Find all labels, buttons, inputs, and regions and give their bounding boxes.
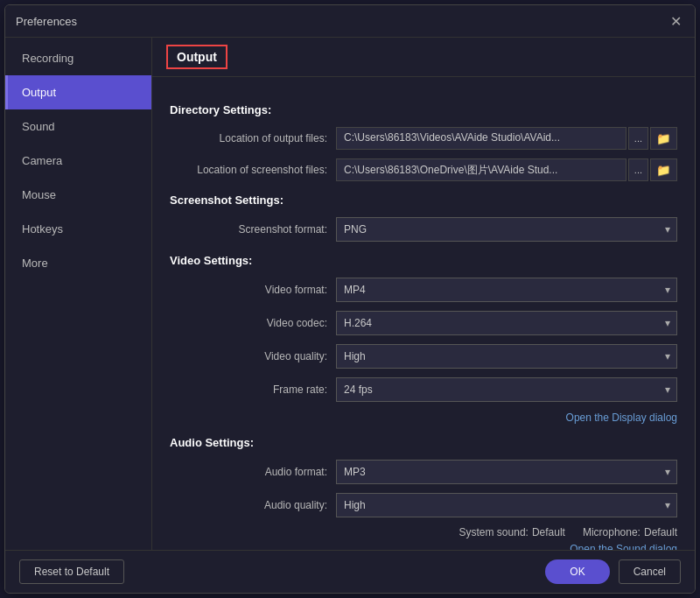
video-codec-label: Video codec: bbox=[170, 317, 336, 329]
system-sound-label: System sound: bbox=[459, 526, 528, 538]
audio-quality-row: Audio quality: High Medium Low bbox=[170, 493, 677, 517]
content-area: Directory Settings: Location of output f… bbox=[152, 77, 695, 550]
microphone-info: Microphone: Default bbox=[583, 526, 677, 538]
screenshot-path-folder-button[interactable]: 📁 bbox=[650, 158, 677, 181]
video-format-wrapper: MP4 MOV AVI MKV bbox=[336, 278, 677, 302]
system-sound-value: Default bbox=[532, 526, 565, 538]
video-format-select[interactable]: MP4 MOV AVI MKV bbox=[336, 278, 677, 302]
audio-format-label: Audio format: bbox=[170, 466, 336, 478]
dialog-title: Preferences bbox=[16, 15, 77, 28]
reset-button[interactable]: Reset to Default bbox=[19, 559, 124, 584]
video-quality-row: Video quality: High Medium Low bbox=[170, 344, 677, 369]
sidebar-item-sound[interactable]: Sound bbox=[5, 109, 151, 144]
screenshot-path-ellipsis-button[interactable]: ... bbox=[628, 158, 648, 181]
audio-section: Audio Settings: Audio format: MP3 AAC FL… bbox=[170, 436, 677, 550]
video-format-row: Video format: MP4 MOV AVI MKV bbox=[170, 278, 677, 302]
footer: Reset to Default OK Cancel bbox=[5, 550, 695, 593]
video-quality-wrapper: High Medium Low bbox=[336, 344, 677, 369]
directory-title: Directory Settings: bbox=[170, 103, 677, 116]
display-dialog-row: Open the Display dialog bbox=[170, 411, 677, 424]
screenshot-format-wrapper: PNG JPG BMP GIF bbox=[336, 217, 677, 242]
framerate-label: Frame rate: bbox=[170, 383, 336, 396]
directory-section: Directory Settings: Location of output f… bbox=[170, 103, 677, 181]
video-quality-label: Video quality: bbox=[170, 350, 336, 362]
video-format-label: Video format: bbox=[170, 284, 336, 296]
title-bar: Preferences ✕ bbox=[5, 5, 695, 38]
screenshot-format-row: Screenshot format: PNG JPG BMP GIF bbox=[170, 217, 677, 242]
screenshot-format-label: Screenshot format: bbox=[170, 223, 336, 236]
output-path-input[interactable]: C:\Users\86183\Videos\AVAide Studio\AVAi… bbox=[336, 127, 626, 150]
output-path-row: Location of output files: C:\Users\86183… bbox=[170, 127, 677, 150]
cancel-button[interactable]: Cancel bbox=[619, 559, 681, 584]
sidebar-item-output[interactable]: Output bbox=[5, 75, 151, 109]
folder-icon-2: 📁 bbox=[656, 164, 671, 177]
screenshot-section: Screenshot Settings: Screenshot format: … bbox=[170, 193, 677, 242]
output-path-label: Location of output files: bbox=[170, 132, 336, 144]
sidebar-item-mouse[interactable]: Mouse bbox=[5, 178, 151, 212]
output-path-group: C:\Users\86183\Videos\AVAide Studio\AVAi… bbox=[336, 127, 677, 150]
sidebar-item-camera[interactable]: Camera bbox=[5, 144, 151, 178]
folder-icon: 📁 bbox=[656, 132, 671, 145]
video-codec-wrapper: H.264 H.265 VP9 bbox=[336, 311, 677, 335]
main-content: Output Directory Settings: Location of o… bbox=[152, 38, 695, 550]
sidebar-item-more[interactable]: More bbox=[5, 246, 151, 280]
output-path-folder-button[interactable]: 📁 bbox=[650, 127, 677, 150]
framerate-select[interactable]: 24 fps 30 fps 60 fps bbox=[336, 377, 677, 402]
sound-dialog-row: Open the Sound dialog bbox=[170, 542, 677, 550]
microphone-label: Microphone: bbox=[583, 526, 640, 538]
audio-format-select[interactable]: MP3 AAC FLAC WAV bbox=[336, 460, 677, 484]
audio-info-row: System sound: Default Microphone: Defaul… bbox=[170, 526, 677, 538]
screenshot-path-label: Location of screenshot files: bbox=[170, 164, 336, 176]
video-section: Video Settings: Video format: MP4 MOV AV… bbox=[170, 254, 677, 424]
sound-dialog-link[interactable]: Open the Sound dialog bbox=[570, 543, 677, 550]
audio-format-row: Audio format: MP3 AAC FLAC WAV bbox=[170, 460, 677, 484]
screenshot-path-input[interactable]: C:\Users\86183\OneDrive\图片\AVAide Stud..… bbox=[336, 158, 626, 181]
system-sound-info: System sound: Default bbox=[459, 526, 565, 538]
sidebar: Recording Output Sound Camera Mouse Hotk… bbox=[5, 38, 152, 550]
audio-quality-label: Audio quality: bbox=[170, 499, 336, 511]
display-dialog-link[interactable]: Open the Display dialog bbox=[566, 412, 677, 424]
sidebar-item-recording[interactable]: Recording bbox=[5, 41, 151, 75]
screenshot-path-group: C:\Users\86183\OneDrive\图片\AVAide Stud..… bbox=[336, 158, 677, 181]
video-codec-row: Video codec: H.264 H.265 VP9 bbox=[170, 311, 677, 335]
framerate-row: Frame rate: 24 fps 30 fps 60 fps bbox=[170, 377, 677, 402]
audio-quality-select[interactable]: High Medium Low bbox=[336, 493, 677, 517]
video-section-title: Video Settings: bbox=[170, 254, 677, 267]
screenshot-section-title: Screenshot Settings: bbox=[170, 193, 677, 207]
tab-header: Output bbox=[152, 38, 695, 77]
ok-button[interactable]: OK bbox=[545, 559, 609, 584]
output-path-ellipsis-button[interactable]: ... bbox=[628, 127, 648, 150]
dialog-body: Recording Output Sound Camera Mouse Hotk… bbox=[5, 38, 695, 550]
screenshot-path-row: Location of screenshot files: C:\Users\8… bbox=[170, 158, 677, 181]
preferences-dialog: Preferences ✕ Recording Output Sound Cam… bbox=[4, 4, 696, 594]
sidebar-item-hotkeys[interactable]: Hotkeys bbox=[5, 212, 151, 246]
close-button[interactable]: ✕ bbox=[667, 12, 684, 30]
microphone-value: Default bbox=[644, 526, 677, 538]
video-codec-select[interactable]: H.264 H.265 VP9 bbox=[336, 311, 677, 335]
tab-title: Output bbox=[166, 45, 228, 69]
audio-section-title: Audio Settings: bbox=[170, 436, 677, 449]
video-quality-select[interactable]: High Medium Low bbox=[336, 344, 677, 369]
audio-format-wrapper: MP3 AAC FLAC WAV bbox=[336, 460, 677, 484]
audio-quality-wrapper: High Medium Low bbox=[336, 493, 677, 517]
footer-right: OK Cancel bbox=[545, 559, 681, 584]
screenshot-format-select[interactable]: PNG JPG BMP GIF bbox=[336, 217, 677, 242]
framerate-wrapper: 24 fps 30 fps 60 fps bbox=[336, 377, 677, 402]
